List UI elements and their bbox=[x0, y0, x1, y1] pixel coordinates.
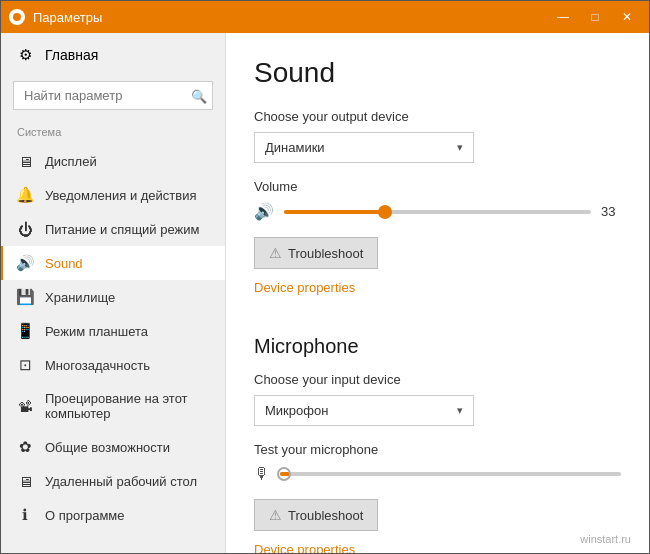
sidebar-item-tablet[interactable]: 📱 Режим планшета bbox=[1, 314, 225, 348]
project-icon: 📽 bbox=[17, 398, 33, 414]
volume-row: 🔊 33 bbox=[254, 202, 621, 221]
tablet-icon: 📱 bbox=[17, 323, 33, 339]
titlebar-controls: — □ ✕ bbox=[549, 3, 641, 31]
input-device-label: Choose your input device bbox=[254, 372, 621, 387]
sidebar-item-label: Хранилище bbox=[45, 290, 115, 305]
search-icon: 🔍 bbox=[191, 88, 207, 103]
sound-icon: 🔊 bbox=[17, 255, 33, 271]
main-content: Sound Choose your output device Динамики… bbox=[226, 33, 649, 553]
mic-troubleshoot-button[interactable]: ⚠ Troubleshoot bbox=[254, 499, 378, 531]
sidebar-item-label: Проецирование на этот компьютер bbox=[45, 391, 209, 421]
power-icon: ⏻ bbox=[17, 221, 33, 237]
accessibility-icon: ✿ bbox=[17, 439, 33, 455]
mic-level-slider bbox=[280, 472, 621, 476]
mic-test-label: Test your microphone bbox=[254, 442, 621, 457]
mic-icon: 🎙 bbox=[254, 465, 270, 483]
sidebar-item-label: Режим планшета bbox=[45, 324, 148, 339]
sidebar-item-power[interactable]: ⏻ Питание и спящий режим bbox=[1, 212, 225, 246]
home-icon: ⚙ bbox=[17, 47, 33, 63]
sidebar-item-storage[interactable]: 💾 Хранилище bbox=[1, 280, 225, 314]
sidebar-section-title: Система bbox=[1, 122, 225, 144]
sidebar: ⚙ Главная 🔍 Система 🖥 Дисплей 🔔 Уведомле… bbox=[1, 33, 226, 553]
input-device-dropdown[interactable]: Микрофон ▾ bbox=[254, 395, 474, 426]
maximize-button[interactable]: □ bbox=[581, 3, 609, 31]
notifications-icon: 🔔 bbox=[17, 187, 33, 203]
sidebar-item-about[interactable]: ℹ О программе bbox=[1, 498, 225, 532]
display-icon: 🖥 bbox=[17, 153, 33, 169]
window: Параметры — □ ✕ ⚙ Главная 🔍 Система 🖥 Ди… bbox=[0, 0, 650, 554]
output-device-properties-link[interactable]: Device properties bbox=[254, 280, 355, 295]
sidebar-item-label: Уведомления и действия bbox=[45, 188, 197, 203]
sidebar-home-button[interactable]: ⚙ Главная bbox=[1, 33, 225, 77]
mic-slider-thumb bbox=[277, 467, 291, 481]
sidebar-item-sound[interactable]: 🔊 Sound bbox=[1, 246, 225, 280]
sidebar-item-label: О программе bbox=[45, 508, 125, 523]
page-title: Sound bbox=[254, 57, 621, 89]
titlebar: Параметры — □ ✕ bbox=[1, 1, 649, 33]
volume-slider-fill bbox=[284, 210, 385, 214]
titlebar-left: Параметры bbox=[9, 9, 102, 25]
mic-warning-icon: ⚠ bbox=[269, 507, 282, 523]
sidebar-item-remote[interactable]: 🖥 Удаленный рабочий стол bbox=[1, 464, 225, 498]
output-device-value: Динамики bbox=[265, 140, 325, 155]
multitask-icon: ⊡ bbox=[17, 357, 33, 373]
volume-icon: 🔊 bbox=[254, 202, 274, 221]
volume-slider-thumb bbox=[378, 205, 392, 219]
close-button[interactable]: ✕ bbox=[613, 3, 641, 31]
sidebar-item-notifications[interactable]: 🔔 Уведомления и действия bbox=[1, 178, 225, 212]
troubleshoot-label: Troubleshoot bbox=[288, 246, 363, 261]
input-device-value: Микрофон bbox=[265, 403, 328, 418]
mic-test-row: 🎙 bbox=[254, 465, 621, 483]
svg-point-0 bbox=[13, 13, 21, 21]
dropdown-arrow-icon: ▾ bbox=[457, 141, 463, 154]
sidebar-item-label: Удаленный рабочий стол bbox=[45, 474, 197, 489]
warning-icon: ⚠ bbox=[269, 245, 282, 261]
footer-brand: winstart.ru bbox=[580, 529, 639, 549]
sidebar-item-label: Общие возможности bbox=[45, 440, 170, 455]
about-icon: ℹ bbox=[17, 507, 33, 523]
mic-section-title: Microphone bbox=[254, 335, 621, 358]
sidebar-item-label: Дисплей bbox=[45, 154, 97, 169]
search-input[interactable] bbox=[13, 81, 213, 110]
minimize-button[interactable]: — bbox=[549, 3, 577, 31]
mic-device-properties-link[interactable]: Device properties bbox=[254, 542, 355, 553]
sidebar-item-label: Sound bbox=[45, 256, 83, 271]
mic-troubleshoot-label: Troubleshoot bbox=[288, 508, 363, 523]
output-troubleshoot-button[interactable]: ⚠ Troubleshoot bbox=[254, 237, 378, 269]
dropdown-arrow-mic-icon: ▾ bbox=[457, 404, 463, 417]
sidebar-item-display[interactable]: 🖥 Дисплей bbox=[1, 144, 225, 178]
search-container: 🔍 bbox=[13, 81, 213, 110]
sidebar-home-label: Главная bbox=[45, 47, 98, 63]
sidebar-item-accessibility[interactable]: ✿ Общие возможности bbox=[1, 430, 225, 464]
sidebar-item-project[interactable]: 📽 Проецирование на этот компьютер bbox=[1, 382, 225, 430]
content-area: ⚙ Главная 🔍 Система 🖥 Дисплей 🔔 Уведомле… bbox=[1, 33, 649, 553]
remote-icon: 🖥 bbox=[17, 473, 33, 489]
sidebar-item-label: Питание и спящий режим bbox=[45, 222, 199, 237]
output-device-label: Choose your output device bbox=[254, 109, 621, 124]
output-device-dropdown[interactable]: Динамики ▾ bbox=[254, 132, 474, 163]
titlebar-title: Параметры bbox=[33, 10, 102, 25]
app-icon bbox=[9, 9, 25, 25]
sidebar-item-multitask[interactable]: ⊡ Многозадачность bbox=[1, 348, 225, 382]
storage-icon: 💾 bbox=[17, 289, 33, 305]
volume-label: Volume bbox=[254, 179, 621, 194]
sidebar-item-label: Многозадачность bbox=[45, 358, 150, 373]
volume-value: 33 bbox=[601, 204, 621, 219]
volume-slider[interactable] bbox=[284, 210, 591, 214]
